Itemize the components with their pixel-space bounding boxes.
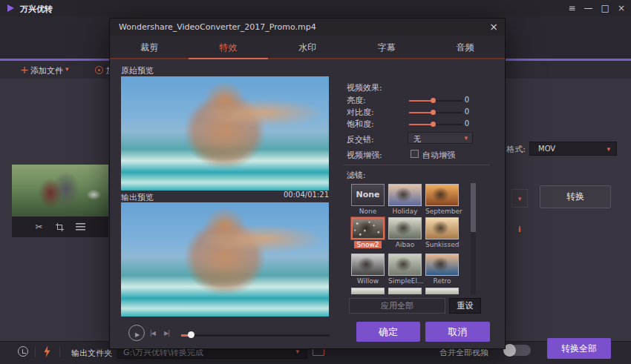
filter-thumbnail [425, 217, 459, 239]
filter-item-holiday[interactable]: Holiday [388, 184, 423, 215]
reset-button[interactable]: 重设 [449, 298, 481, 314]
app-title: 万兴优转 [20, 4, 53, 15]
schedule-clock-icon[interactable] [18, 346, 28, 357]
open-folder-icon[interactable] [313, 348, 324, 356]
filter-label: September [425, 208, 459, 215]
filter-item-snow2[interactable]: Snow2 [351, 217, 386, 248]
filters-scrollbar[interactable] [471, 183, 476, 294]
saturation-label: 饱和度: [347, 119, 374, 130]
crop-icon[interactable] [56, 223, 63, 231]
section-divider [343, 165, 490, 165]
toggle-knob [503, 344, 516, 357]
video-effects-title: 视频效果: [347, 82, 382, 93]
filter-label: None [351, 208, 385, 215]
brightness-slider-thumb[interactable] [431, 98, 436, 103]
original-preview-video [121, 76, 329, 191]
close-icon[interactable]: × [618, 0, 625, 16]
app-window: 万兴优转 ≡ — □ × + 添加文件 ▾ 加 ✂ 输出格式: MOV ▾ [0, 0, 631, 364]
path-caret-icon: ▾ [295, 348, 299, 355]
minimize-icon[interactable]: — [584, 0, 593, 16]
filter-item-willow[interactable]: Willow [351, 254, 386, 285]
filter-item-september[interactable]: September [425, 184, 460, 215]
filter-thumbnail [388, 184, 422, 206]
merge-all-label: 合并全部视频 [439, 347, 488, 358]
dialog-title: Wondershare_VideoConverter_2017_Promo.mp… [119, 22, 316, 32]
tab-crop[interactable]: 裁剪 [110, 36, 189, 59]
filter-label: Sunkissed [425, 241, 459, 248]
contrast-slider-thumb[interactable] [431, 110, 436, 115]
output-format-select[interactable]: MOV ▾ [529, 142, 617, 156]
item-format-dropdown[interactable]: ▾ [511, 189, 528, 208]
auto-enhance-option-label: 自动增强 [422, 150, 455, 161]
tab-watermark[interactable]: 水印 [268, 36, 347, 59]
original-preview-label: 原始预览 [121, 65, 154, 76]
dialog-close-icon[interactable]: × [489, 21, 498, 33]
filter-item-none[interactable]: None None [351, 184, 386, 215]
maximize-icon[interactable]: □ [601, 0, 609, 16]
filter-thumbnail [351, 254, 385, 276]
filter-thumbnail [425, 254, 459, 276]
seek-thumb[interactable] [188, 331, 194, 338]
format-caret-icon: ▾ [607, 145, 610, 153]
deinterlace-select[interactable]: 无 ▾ [408, 132, 473, 144]
video-item-card[interactable]: ✂ [12, 165, 108, 237]
load-dvd-icon[interactable] [95, 66, 103, 74]
timestamp: 00:04/01:21 [258, 191, 329, 199]
next-frame-button[interactable]: ▶| [164, 330, 169, 337]
deinterlace-value: 无 [413, 134, 421, 145]
dialog-tabs: 裁剪 特效 水印 字幕 音频 [110, 36, 505, 59]
info-button[interactable]: i [511, 222, 529, 237]
play-button[interactable]: ▶ [128, 325, 145, 341]
video-thumbnail [12, 165, 108, 216]
output-preview-label: 输出预览 [121, 192, 154, 203]
add-files-caret-icon[interactable]: ▾ [65, 65, 69, 73]
prev-frame-button[interactable]: |◀ [150, 330, 155, 337]
filter-label: Willow [351, 277, 385, 285]
filter-item-retro[interactable]: Retro [425, 254, 460, 285]
separator [35, 346, 36, 357]
filter-label: Holiday [388, 208, 422, 215]
filter-item-sunkissed[interactable]: Sunkissed [425, 217, 460, 248]
format-value: MOV [538, 145, 555, 153]
filter-label: Aibao [388, 241, 422, 248]
filter-thumbnail-partial[interactable] [388, 288, 422, 294]
tab-subtitle[interactable]: 字幕 [347, 36, 425, 59]
filter-label: SimpleEl... [388, 277, 422, 285]
apply-all-button[interactable]: 应用全部 [349, 298, 445, 314]
filter-thumbnail-partial[interactable] [351, 288, 385, 294]
effects-icon[interactable] [76, 223, 85, 231]
scrollbar-thumb[interactable] [471, 183, 476, 232]
filter-thumbnail-partial[interactable] [425, 288, 459, 294]
contrast-label: 对比度: [347, 107, 374, 118]
separator [59, 346, 60, 357]
merge-all-toggle[interactable] [504, 345, 531, 356]
saturation-value: 0 [448, 119, 469, 128]
edit-dialog: Wondershare_VideoConverter_2017_Promo.mp… [110, 19, 505, 348]
trim-icon[interactable]: ✂ [35, 222, 42, 232]
seek-bar[interactable] [181, 334, 330, 337]
filter-thumbnail: None [351, 184, 385, 206]
dropdown-caret-icon: ▾ [518, 195, 522, 202]
convert-all-button[interactable]: 转换全部 [547, 338, 611, 359]
output-preview-video [121, 202, 329, 317]
convert-button[interactable]: 转换 [540, 185, 611, 208]
add-files-plus-icon[interactable]: + [20, 64, 29, 76]
saturation-slider-thumb[interactable] [431, 122, 436, 127]
window-titlebar: 万兴优转 ≡ — □ × [0, 0, 631, 16]
tab-effects[interactable]: 特效 [189, 36, 267, 59]
contrast-value: 0 [448, 107, 469, 116]
auto-enhance-checkbox[interactable] [411, 150, 419, 158]
filter-item-aibao[interactable]: Aibao [388, 217, 423, 248]
play-icon: ▶ [134, 331, 140, 338]
ok-button[interactable]: 确定 [356, 322, 420, 342]
deinterlace-label: 反交错: [347, 134, 374, 145]
cancel-button[interactable]: 取消 [425, 322, 490, 342]
filter-thumbnail [388, 217, 422, 239]
menu-icon[interactable]: ≡ [569, 0, 576, 16]
filter-item-simpleelegant[interactable]: SimpleEl... [388, 254, 423, 285]
filters-title: 滤镜: [347, 170, 366, 181]
add-files-button[interactable]: 添加文件 [30, 65, 63, 76]
filter-label: Snow2 [351, 241, 385, 248]
tab-audio[interactable]: 音频 [426, 36, 505, 59]
tab-underline [110, 58, 505, 59]
